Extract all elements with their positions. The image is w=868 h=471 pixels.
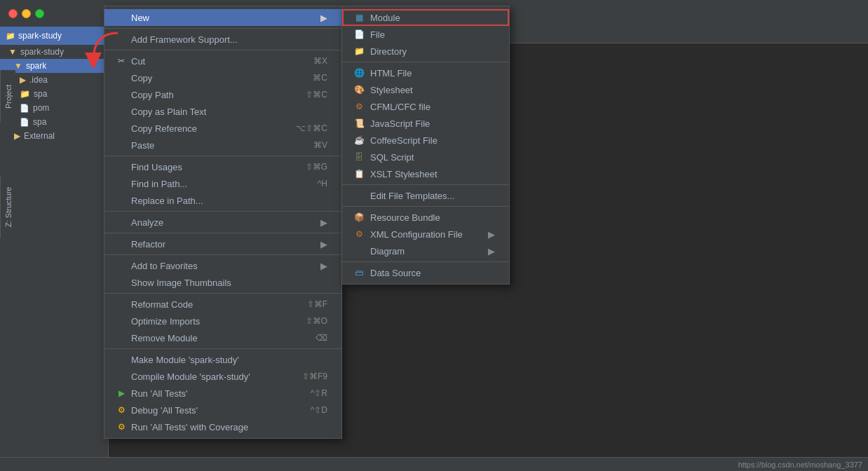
- sidebar-item-spa[interactable]: 📁 spa: [0, 87, 108, 101]
- submenu-item-edit-templates[interactable]: Edit File Templates...: [342, 187, 509, 204]
- menu-item-show-thumbnails[interactable]: Show Image Thumbnails: [104, 274, 341, 291]
- sidebar-item-spark[interactable]: ▼ spark: [0, 59, 108, 73]
- menu-item-find-usages[interactable]: Find Usages ⇧⌘G: [104, 158, 341, 175]
- project-icon: 📁: [6, 32, 15, 41]
- debug-tests-label: Debug 'All Tests': [131, 405, 297, 416]
- remove-module-icon: [116, 332, 127, 343]
- compile-module-icon: [116, 371, 127, 382]
- folder-icon: ▼: [8, 47, 17, 57]
- project-label: spark-study: [18, 31, 62, 41]
- separator: [104, 254, 341, 255]
- file-icon: 📄: [20, 104, 29, 113]
- refactor-icon: [116, 238, 127, 250]
- reformat-shortcut: ⇧⌘F: [307, 299, 327, 309]
- run-icon: ▶: [116, 388, 127, 399]
- sidebar-item-external[interactable]: ▶ External: [0, 129, 108, 143]
- sidebar-item-idea[interactable]: ▶ .idea: [0, 73, 108, 87]
- resource-bundle-label: Resource Bundle: [370, 212, 440, 223]
- xml-config-label: XML Configuration File: [370, 229, 463, 240]
- menu-item-optimize[interactable]: Optimize Imports ⇧⌘O: [104, 313, 341, 329]
- stylesheet-icon: 🎨: [353, 84, 365, 95]
- copy-label: Copy: [131, 73, 299, 83]
- menu-item-add-favorites[interactable]: Add to Favorites ▶: [104, 257, 341, 274]
- sidebar-item-pom[interactable]: 📄 pom: [0, 101, 108, 115]
- submenu-item-xml-config[interactable]: ⚙ XML Configuration File ▶: [342, 226, 509, 243]
- folder-icon: ▶: [20, 75, 26, 85]
- side-tab-project[interactable]: Project: [0, 70, 15, 123]
- menu-item-compile-module[interactable]: Compile Module 'spark-study' ⇧⌘F9: [104, 368, 341, 385]
- stylesheet-label: Stylesheet: [370, 85, 413, 95]
- run-tests-shortcut: ^⇧R: [311, 388, 327, 398]
- project-header[interactable]: 📁 spark-study: [0, 27, 108, 45]
- submenu-item-cfml[interactable]: ⚙ CFML/CFC file: [342, 98, 509, 115]
- minimize-button[interactable]: [22, 9, 31, 18]
- folder-icon: ▶: [14, 131, 20, 141]
- menu-item-remove-module[interactable]: Remove Module ⌫: [104, 329, 341, 346]
- find-usages-icon: [116, 161, 127, 172]
- menu-item-find-path[interactable]: Find in Path... ^H: [104, 175, 341, 192]
- reformat-icon: [116, 299, 127, 310]
- resource-bundle-icon: 📦: [353, 212, 365, 223]
- add-favorites-label: Add to Favorites: [131, 261, 315, 271]
- menu-item-copy-ref[interactable]: Copy Reference ⌥⇧⌘C: [104, 120, 341, 137]
- menu-item-copy[interactable]: Copy ⌘C: [104, 69, 341, 86]
- menu-item-make-module[interactable]: Make Module 'spark-study': [104, 351, 341, 368]
- submenu-item-coffee[interactable]: ☕ CoffeeScript File: [342, 132, 509, 149]
- menu-item-run-coverage[interactable]: ⚙ Run 'All Tests' with Coverage: [104, 418, 341, 435]
- diagram-icon: [353, 245, 365, 257]
- copy-path-label: Copy Path: [131, 90, 292, 100]
- submenu-item-stylesheet[interactable]: 🎨 Stylesheet: [342, 81, 509, 98]
- submenu-item-module[interactable]: ▦ Module: [342, 9, 509, 26]
- analyze-label: Analyze: [131, 217, 315, 228]
- sql-icon: 🗄: [353, 151, 365, 163]
- close-button[interactable]: [8, 9, 18, 18]
- sidebar-item-project[interactable]: ▼ spark-study: [0, 45, 108, 59]
- copy-path-shortcut: ⇧⌘C: [306, 90, 327, 100]
- submenu-item-directory[interactable]: 📁 Directory: [342, 43, 509, 60]
- js-label: JavaScript File: [370, 118, 430, 129]
- replace-path-label: Replace in Path...: [131, 196, 327, 206]
- menu-item-debug-tests[interactable]: ⚙ Debug 'All Tests' ^⇧D: [104, 402, 341, 418]
- submenu-item-sql[interactable]: 🗄 SQL Script: [342, 149, 509, 165]
- menu-item-reformat[interactable]: Reformat Code ⇧⌘F: [104, 296, 341, 313]
- cut-label: Cut: [131, 56, 299, 67]
- menu-item-replace-path[interactable]: Replace in Path...: [104, 192, 341, 209]
- separator: [104, 233, 341, 233]
- compile-module-shortcut: ⇧⌘F9: [302, 371, 327, 381]
- submenu-new: ▦ Module 📄 File 📁 Directory 🌐 HTML File …: [341, 6, 510, 285]
- find-path-shortcut: ^H: [318, 179, 327, 189]
- menu-item-paste[interactable]: Paste ⌘V: [104, 137, 341, 153]
- debug-icon: ⚙: [116, 404, 127, 416]
- side-tab-structure-label: Z: Structure: [4, 186, 13, 226]
- submenu-item-resource-bundle[interactable]: 📦 Resource Bundle: [342, 209, 509, 226]
- menu-item-new[interactable]: New ▶: [104, 9, 341, 26]
- submenu-item-file[interactable]: 📄 File: [342, 26, 509, 43]
- coffee-label: CoffeeScript File: [370, 135, 438, 146]
- maximize-button[interactable]: [35, 9, 44, 18]
- separator: [342, 206, 509, 207]
- menu-item-add-framework[interactable]: Add Framework Support...: [104, 31, 341, 48]
- separator: [104, 156, 341, 156]
- html-icon: 🌐: [353, 67, 365, 78]
- side-tab-structure[interactable]: Z: Structure: [0, 175, 15, 238]
- sidebar-item-spa2[interactable]: 📄 spa: [0, 115, 108, 129]
- menu-item-refactor[interactable]: Refactor ▶: [104, 235, 341, 252]
- menu-item-run-tests[interactable]: ▶ Run 'All Tests' ^⇧R: [104, 385, 341, 402]
- run-tests-label: Run 'All Tests': [131, 388, 297, 399]
- submenu-item-html[interactable]: 🌐 HTML File: [342, 64, 509, 81]
- coffee-icon: ☕: [353, 135, 365, 146]
- menu-item-copy-path[interactable]: Copy Path ⇧⌘C: [104, 86, 341, 103]
- side-tab-project-label: Project: [4, 84, 13, 108]
- module-icon: ▦: [353, 12, 365, 23]
- cfml-label: CFML/CFC file: [370, 102, 430, 112]
- copy-path-icon: [116, 89, 127, 100]
- menu-item-analyze[interactable]: Analyze ▶: [104, 214, 341, 231]
- submenu-item-diagram[interactable]: Diagram ▶: [342, 243, 509, 259]
- menu-item-copy-plain[interactable]: Copy as Plain Text: [104, 103, 341, 120]
- submenu-item-data-source[interactable]: 🗃 Data Source: [342, 264, 509, 281]
- make-module-label: Make Module 'spark-study': [131, 355, 327, 365]
- menu-item-cut[interactable]: ✂ Cut ⌘X: [104, 53, 341, 69]
- submenu-item-js[interactable]: 📜 JavaScript File: [342, 115, 509, 132]
- submenu-item-xslt[interactable]: 📋 XSLT Stylesheet: [342, 165, 509, 182]
- run-coverage-label: Run 'All Tests' with Coverage: [131, 422, 327, 432]
